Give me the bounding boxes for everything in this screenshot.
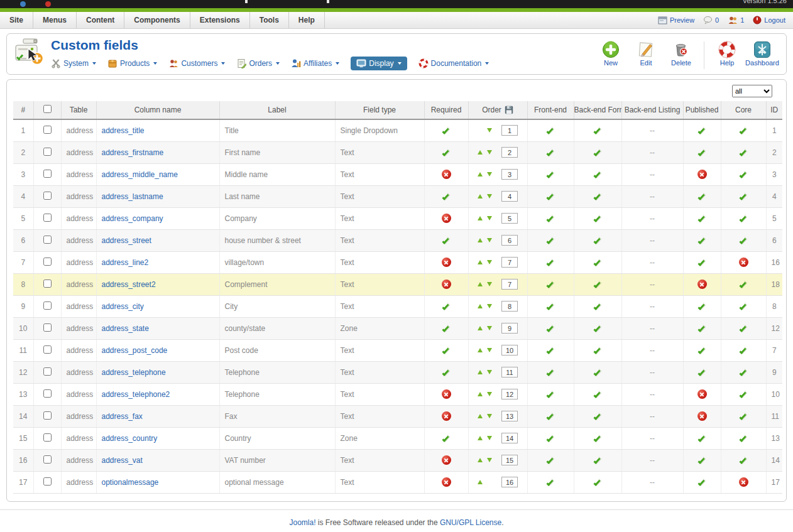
frontend-check-icon[interactable] [546,479,553,486]
core-cancel-icon[interactable] [739,258,748,267]
frontend-check-icon[interactable] [546,325,553,332]
backend-form-check-icon[interactable] [593,259,600,266]
frontend-check-icon[interactable] [546,149,553,156]
order-down-icon[interactable] [487,128,492,133]
order-up-icon[interactable] [478,304,483,308]
column-name-link[interactable]: address_state [102,324,149,333]
backend-form-check-icon[interactable] [593,413,600,420]
column-name-link[interactable]: address_post_code [102,346,168,355]
menubar-messages[interactable]: 0 [703,16,719,24]
core-check-icon[interactable] [739,391,746,398]
menu-item-site[interactable]: Site [0,12,33,28]
published-check-icon[interactable] [697,259,704,266]
frontend-check-icon[interactable] [546,171,553,178]
dashboard-button[interactable]: Dashboard [745,40,780,67]
column-name-link[interactable]: address_street [102,236,151,245]
filter-select[interactable]: all [732,85,772,97]
order-down-icon[interactable] [487,172,492,176]
row-checkbox[interactable] [43,301,52,310]
backend-form-check-icon[interactable] [593,391,600,398]
core-check-icon[interactable] [739,171,746,178]
core-check-icon[interactable] [739,127,746,134]
column-name-link[interactable]: address_firstname [102,148,164,157]
backend-form-check-icon[interactable] [593,215,600,222]
order-up-icon[interactable] [478,282,483,286]
column-name-link[interactable]: address_telephone2 [102,390,170,399]
gnu-gpl-link[interactable]: GNU/GPL License [440,518,501,527]
order-input[interactable] [501,389,518,399]
row-checkbox[interactable] [43,214,52,222]
order-input[interactable] [501,345,518,356]
order-input[interactable] [501,125,518,136]
menubar-logout[interactable]: Logout [753,16,785,24]
order-input[interactable] [501,147,518,158]
order-input[interactable] [501,367,518,377]
order-down-icon[interactable] [487,304,492,308]
frontend-check-icon[interactable] [546,127,553,134]
order-input[interactable] [501,191,518,202]
row-checkbox[interactable] [43,389,52,398]
menu-item-content[interactable]: Content [77,12,124,28]
required-cancel-icon[interactable] [442,455,451,465]
order-up-icon[interactable] [478,480,483,484]
menu-item-help[interactable]: Help [289,12,325,28]
column-name-link[interactable]: address_line2 [102,258,149,267]
order-down-icon[interactable] [487,238,492,242]
core-check-icon[interactable] [739,413,746,420]
frontend-check-icon[interactable] [546,193,553,200]
order-input[interactable] [501,279,518,290]
required-check-icon[interactable] [442,127,449,134]
nav-customers[interactable]: Customers [168,58,225,68]
row-checkbox[interactable] [43,455,52,464]
core-check-icon[interactable] [739,369,746,376]
order-input[interactable] [501,235,518,246]
required-cancel-icon[interactable] [442,477,451,487]
column-name-link[interactable]: address_fax [102,412,143,421]
order-up-icon[interactable] [478,238,483,242]
menubar-users[interactable]: 1 [728,16,744,24]
order-up-icon[interactable] [478,370,483,374]
required-cancel-icon[interactable] [442,170,451,179]
frontend-check-icon[interactable] [546,435,553,442]
select-all-checkbox[interactable] [43,105,52,113]
backend-form-check-icon[interactable] [593,237,600,244]
order-down-icon[interactable] [487,326,492,330]
order-up-icon[interactable] [478,436,483,440]
core-check-icon[interactable] [739,435,746,442]
column-name-link[interactable]: address_city [102,302,144,311]
order-down-icon[interactable] [487,216,492,220]
backend-form-check-icon[interactable] [593,303,600,310]
column-name-link[interactable]: optionalmessage [102,478,159,487]
row-checkbox[interactable] [43,192,52,200]
row-checkbox[interactable] [43,411,52,420]
backend-form-check-icon[interactable] [593,479,600,486]
published-cancel-icon[interactable] [697,411,707,421]
order-down-icon[interactable] [487,392,492,396]
published-check-icon[interactable] [697,435,704,442]
core-check-icon[interactable] [739,215,746,222]
frontend-check-icon[interactable] [546,369,553,376]
order-up-icon[interactable] [478,260,483,264]
core-check-icon[interactable] [739,457,746,464]
published-check-icon[interactable] [697,215,704,222]
backend-form-check-icon[interactable] [593,435,600,442]
core-check-icon[interactable] [739,193,746,200]
frontend-check-icon[interactable] [546,391,553,398]
required-check-icon[interactable] [442,347,449,354]
order-up-icon[interactable] [478,172,483,176]
backend-form-check-icon[interactable] [593,149,600,156]
backend-form-check-icon[interactable] [593,171,600,178]
joomla-link[interactable]: Joomla! [289,518,315,527]
required-check-icon[interactable] [442,237,449,244]
published-check-icon[interactable] [697,127,704,134]
column-name-link[interactable]: address_country [102,434,158,443]
row-checkbox[interactable] [43,280,52,288]
order-input[interactable] [501,411,518,421]
published-check-icon[interactable] [697,347,704,354]
required-cancel-icon[interactable] [442,214,451,223]
backend-form-check-icon[interactable] [593,281,600,288]
order-input[interactable] [501,257,518,268]
row-checkbox[interactable] [43,345,52,354]
row-checkbox[interactable] [43,433,52,442]
required-cancel-icon[interactable] [442,280,451,289]
